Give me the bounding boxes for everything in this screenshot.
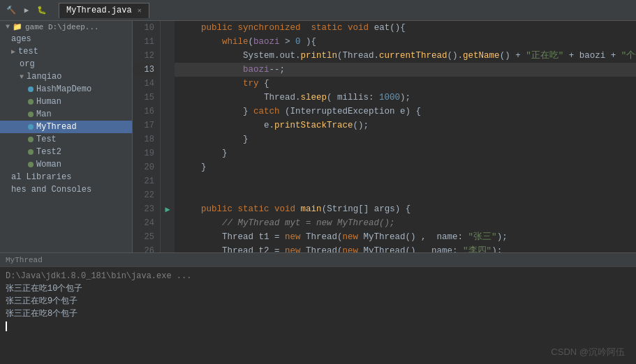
line-num-21: 21 [133,174,160,188]
sidebar-item-test3[interactable]: Test2 [0,146,132,158]
gutter-row-21 [161,174,175,188]
code-line-18: } [175,132,636,146]
dot-icon [28,112,34,117]
console-cmd-line: D:\Java\jdk1.8.0_181\bin\java.exe ... [6,270,630,282]
line-num-26: 26 [133,244,160,252]
sidebar-item-org[interactable]: org [0,58,132,70]
toolbar-icons: 🔨 ▶ 🐛 [6,5,47,16]
code-line-10: public synchronized static void eat(){ [175,21,636,35]
sidebar-item-man[interactable]: Man [0,108,132,121]
code-line-20: } [175,160,636,174]
line-num-10: 10 [133,21,160,35]
watermark-text: CSDN @沉吟阿伍 [551,347,625,357]
line-num-19: 19 [133,146,160,160]
gutter-row-13 [161,63,175,77]
line-num-11: 11 [133,35,160,49]
code-line-12: System.out.println(Thread.currentThread(… [175,49,636,63]
output-text-1: 张三正在吃10个包子 [6,284,82,294]
ages-label: ages [11,34,31,44]
console-area[interactable]: D:\Java\jdk1.8.0_181\bin\java.exe ... 张三… [0,267,636,364]
line-num-12: 12 [133,49,160,63]
line-numbers: 10 11 12 13 14 15 16 17 18 19 20 21 22 2… [133,21,161,252]
tab-label: MyThread.java [66,6,132,15]
close-icon[interactable]: ✕ [138,6,142,15]
code-line-24: // MyThread myt = new MyThread(); [175,216,636,230]
mythread-label: MyThread [36,122,77,132]
cursor [6,321,7,331]
sidebar-item-ages[interactable]: ages [0,33,132,45]
gutter-row-22 [161,188,175,202]
code-line-26: Thread t2 = new Thread(new MyThread() na… [175,244,636,252]
code-line-22 [175,188,636,202]
gutter-row-17 [161,119,175,132]
arrow-icon: ▶ [11,47,15,56]
sidebar-item-test2[interactable]: Test [0,133,132,146]
folder-icon: 📁 [13,22,22,31]
sidebar-item-hashmapDemo[interactable]: HashMapDemo [0,83,132,96]
libraries-label: al Libraries [11,172,71,182]
sidebar: ▼ 📁 game D:\jdeep... ages ▶ test org ▼ l… [0,21,133,252]
org-label: org [20,59,35,69]
code-content[interactable]: public synchronized static void eat(){ w… [175,21,636,252]
gutter-row-15 [161,91,175,105]
gutter-row-14 [161,77,175,91]
gutter-row-20 [161,160,175,174]
project-label: game D:\jdeep... [25,23,99,31]
sidebar-item-lanqiao[interactable]: ▼ lanqiao [0,70,132,83]
sidebar-item-project[interactable]: ▼ 📁 game D:\jdeep... [0,21,132,33]
woman-label: Woman [36,160,61,169]
code-line-23: public static void main(String[] args) { [175,202,636,216]
hammer-icon[interactable]: 🔨 [6,5,17,16]
dot-icon [28,124,34,130]
test-label: test [18,47,38,56]
panel-label: MyThread [0,253,636,267]
output-text-2: 张三正在吃9个包子 [6,296,77,306]
line-num-16: 16 [133,105,160,119]
line-num-18: 18 [133,132,160,146]
dot-icon [28,99,34,105]
sidebar-item-woman[interactable]: Woman [0,158,132,171]
console-output-2: 张三正在吃9个包子 [6,295,630,308]
sidebar-item-consoles[interactable]: hes and Consoles [0,183,132,196]
gutter-row-11 [161,35,175,49]
bottom-panel: MyThread D:\Java\jdk1.8.0_181\bin\java.e… [0,252,636,364]
sidebar-item-libraries[interactable]: al Libraries [0,171,132,183]
code-line-21 [175,174,636,188]
gutter-row-19 [161,146,175,160]
sidebar-item-human[interactable]: Human [0,96,132,108]
line-num-24: 24 [133,216,160,230]
gutter-row-18 [161,132,175,146]
dot-icon [28,162,34,167]
gutter-row-24 [161,216,175,230]
line-num-25: 25 [133,230,160,244]
code-line-11: while(baozi > 0 ){ [175,35,636,49]
consoles-label: hes and Consoles [11,185,91,195]
test3-item-label: Test2 [36,147,61,157]
file-tab[interactable]: MyThread.java ✕ [59,3,149,18]
code-line-25: Thread t1 = new Thread(new MyThread() , … [175,230,636,244]
sidebar-item-test[interactable]: ▶ test [0,45,132,58]
panel-name: MyThread [6,256,43,264]
line-num-13: 13 [133,63,160,77]
gutter-row-16 [161,105,175,119]
test2-item-label: Test [36,135,57,144]
arrow-icon: ▼ [6,23,10,31]
lanqiao-label: lanqiao [27,72,61,82]
line-num-14: 14 [133,77,160,91]
line-num-17: 17 [133,119,160,132]
line-num-22: 22 [133,188,160,202]
sidebar-item-mythread[interactable]: MyThread [0,121,132,133]
gutter-row-26 [161,244,175,252]
tab-bar: MyThread.java ✕ [59,3,149,18]
debug-icon[interactable]: 🐛 [36,5,47,16]
gutter-row-12 [161,49,175,63]
run-icon[interactable]: ▶ [21,5,32,16]
run-arrow-23[interactable]: ▶ [161,202,175,216]
arrow-icon: ▼ [20,73,24,81]
gutter: ▶ [161,21,175,252]
line-num-23: 23 [133,202,160,216]
human-label: Human [36,97,61,107]
dot-icon [28,149,34,155]
output-text-3: 张三正在吃8个包子 [6,309,77,319]
watermark: CSDN @沉吟阿伍 [551,346,625,358]
